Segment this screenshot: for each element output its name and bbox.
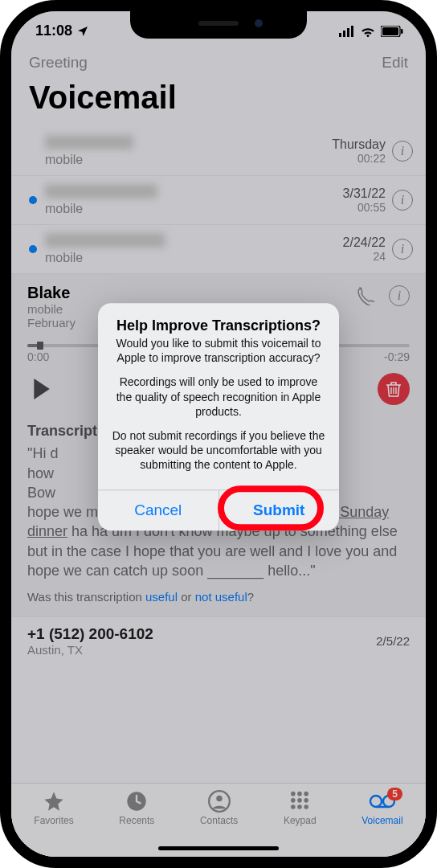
cancel-button[interactable]: Cancel [98, 491, 219, 531]
submit-button[interactable]: Submit [219, 491, 340, 531]
alert-title: Help Improve Transcriptions? [111, 317, 326, 334]
alert-dialog: Help Improve Transcriptions? Would you l… [98, 303, 339, 531]
alert-message: Recordings will only be used to improve … [111, 375, 326, 420]
iphone-frame: 11:08 Greeting Edit Voicemail x mobile [0, 0, 437, 868]
screen: 11:08 Greeting Edit Voicemail x mobile [11, 11, 426, 857]
alert-message: Do not submit recordings if you believe … [111, 428, 326, 473]
alert-message: Would you like to submit this voicemail … [111, 336, 326, 365]
